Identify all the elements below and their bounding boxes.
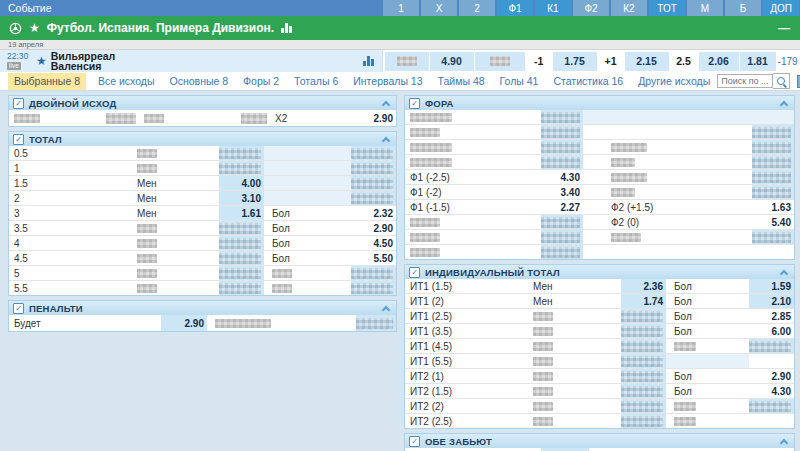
odds-cell[interactable]: 1.63 xyxy=(752,200,794,214)
column-button-доп[interactable]: ДОП xyxy=(763,0,799,16)
column-button-тот[interactable]: ТОТ xyxy=(649,0,685,16)
odds-cell[interactable] xyxy=(541,215,583,229)
odds-cell[interactable] xyxy=(475,52,525,71)
odds-cell[interactable]: 3.10 xyxy=(219,191,264,205)
odds-cell[interactable]: 2.90 xyxy=(161,315,207,331)
odds-cell[interactable]: 2.32 xyxy=(351,206,396,220)
odds-cell[interactable] xyxy=(351,281,396,295)
odds-cell[interactable] xyxy=(621,339,666,353)
odds-cell[interactable] xyxy=(752,140,794,154)
tab-таймы-48[interactable]: Таймы 48 xyxy=(438,73,485,90)
collapse-chevron-icon[interactable] xyxy=(382,135,390,143)
checkbox-icon[interactable]: ✓ xyxy=(409,267,420,278)
odds-cell[interactable]: 4.00 xyxy=(219,176,264,190)
odds-cell[interactable]: 2.90 xyxy=(351,221,396,235)
odds-cell[interactable]: 3.40 xyxy=(541,185,583,199)
collapse-chevron-icon[interactable] xyxy=(780,268,788,276)
odds-cell[interactable]: 4.90 xyxy=(430,52,474,71)
odds-cell[interactable]: 2.06 xyxy=(699,52,739,71)
odds-cell[interactable]: 4.30 xyxy=(749,384,794,398)
odds-cell[interactable]: 4.50 xyxy=(351,236,396,250)
odds-cell[interactable]: 6.00 xyxy=(749,324,794,338)
odds-cell[interactable] xyxy=(621,384,666,398)
tab-голы-41[interactable]: Голы 41 xyxy=(500,73,539,90)
checkbox-icon[interactable]: ✓ xyxy=(409,98,420,109)
tab-статистика-16[interactable]: Статистика 16 xyxy=(553,73,623,90)
odds-cell[interactable]: 1.59 xyxy=(749,279,794,293)
column-button-ф1[interactable]: Ф1 xyxy=(497,0,533,16)
search-input[interactable] xyxy=(717,74,773,88)
odds-cell[interactable]: 2.10 xyxy=(749,294,794,308)
odds-cell[interactable]: 2.36 xyxy=(621,279,666,293)
column-button-м[interactable]: М xyxy=(687,0,723,16)
checkbox-icon[interactable]: ✓ xyxy=(13,134,24,145)
checkbox-icon[interactable]: ✓ xyxy=(13,303,24,314)
odds-cell[interactable]: 1.61 xyxy=(219,206,264,220)
odds-cell[interactable] xyxy=(752,125,794,139)
odds-cell[interactable]: 2.85 xyxy=(749,309,794,323)
odds-cell[interactable] xyxy=(351,161,396,175)
odds-cell[interactable] xyxy=(621,309,666,323)
odds-cell[interactable] xyxy=(351,266,396,280)
odds-cell[interactable] xyxy=(219,146,264,160)
match-stats-icon[interactable] xyxy=(363,56,374,66)
odds-cell[interactable] xyxy=(219,236,264,250)
odds-cell[interactable] xyxy=(752,230,794,244)
odds-cell[interactable] xyxy=(219,161,264,175)
odds-cell[interactable]: 5.50 xyxy=(351,251,396,265)
odds-cell[interactable]: 1.75 xyxy=(553,52,597,71)
column-button-ф2[interactable]: Ф2 xyxy=(573,0,609,16)
odds-cell[interactable]: 5.40 xyxy=(752,215,794,229)
odds-cell[interactable] xyxy=(621,354,666,368)
odds-cell[interactable] xyxy=(351,191,396,205)
tab-форы-2[interactable]: Форы 2 xyxy=(243,73,279,90)
match-favorite-star-icon[interactable]: ★ xyxy=(36,54,47,68)
odds-cell[interactable] xyxy=(541,155,583,169)
minimize-icon[interactable]: — xyxy=(778,21,790,35)
odds-cell[interactable] xyxy=(351,146,396,160)
odds-cell[interactable] xyxy=(541,110,583,124)
column-button-1[interactable]: 1 xyxy=(383,0,419,16)
odds-cell[interactable]: 2.27 xyxy=(541,200,583,214)
odds-cell[interactable] xyxy=(752,185,794,199)
odds-cell[interactable] xyxy=(541,125,583,139)
odds-cell[interactable] xyxy=(219,251,264,265)
odds-cell[interactable] xyxy=(752,170,794,184)
tab-выбранные-8[interactable]: Выбранные 8 xyxy=(8,73,86,90)
odds-cell[interactable]: 2.15 xyxy=(625,52,669,71)
favorite-star-icon[interactable]: ★ xyxy=(29,21,40,35)
odds-cell[interactable]: 1.81 xyxy=(740,52,776,71)
odds-cell[interactable] xyxy=(356,315,396,331)
odds-cell[interactable] xyxy=(541,230,583,244)
odds-cell[interactable] xyxy=(621,324,666,338)
odds-cell[interactable] xyxy=(749,339,794,353)
tab-интервалы-13[interactable]: Интервалы 13 xyxy=(353,73,422,90)
odds-cell[interactable] xyxy=(621,399,666,413)
collapse-chevron-icon[interactable] xyxy=(780,437,788,445)
odds-cell[interactable] xyxy=(97,110,139,126)
odds-cell[interactable]: 2.90 xyxy=(749,369,794,383)
odds-cell[interactable] xyxy=(541,245,583,259)
odds-cell[interactable]: 1.74 xyxy=(621,294,666,308)
odds-cell[interactable] xyxy=(541,140,583,154)
other-outcomes-link[interactable]: Другие исходы xyxy=(638,75,710,87)
odds-cell[interactable] xyxy=(621,414,666,428)
odds-cell[interactable]: 2.90 xyxy=(352,110,396,126)
tab-все-исходы[interactable]: Все исходы xyxy=(98,73,155,90)
league-stats-icon[interactable] xyxy=(281,23,292,33)
odds-cell[interactable] xyxy=(219,281,264,295)
odds-cell[interactable] xyxy=(749,399,794,413)
odds-cell[interactable] xyxy=(752,155,794,169)
column-button-к1[interactable]: К1 xyxy=(535,0,571,16)
collapse-chevron-icon[interactable] xyxy=(780,99,788,107)
tab-основные-8[interactable]: Основные 8 xyxy=(170,73,229,90)
checkbox-icon[interactable]: ✓ xyxy=(13,98,24,109)
odds-cell[interactable] xyxy=(228,110,270,126)
checkbox-icon[interactable]: ✓ xyxy=(409,436,420,447)
collapse-chevron-icon[interactable] xyxy=(382,99,390,107)
odds-cell[interactable] xyxy=(385,52,429,71)
odds-cell[interactable]: 4.30 xyxy=(541,170,583,184)
column-button-б[interactable]: Б xyxy=(725,0,761,16)
collapse-chevron-icon[interactable] xyxy=(382,304,390,312)
odds-cell[interactable] xyxy=(219,221,264,235)
